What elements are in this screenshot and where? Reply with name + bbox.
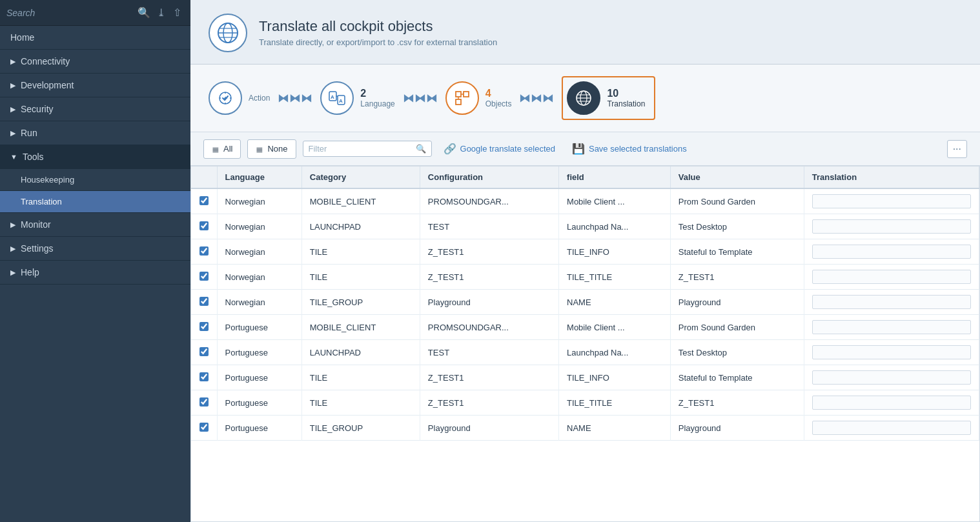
- row-checkbox-cell[interactable]: [191, 390, 217, 416]
- row-configuration: TEST: [420, 214, 558, 239]
- row-translation-cell[interactable]: [804, 239, 979, 265]
- row-checkbox-cell[interactable]: [191, 365, 217, 390]
- row-translation-input[interactable]: [812, 396, 971, 410]
- sidebar-item-security-label: Security: [21, 104, 54, 114]
- row-configuration: PROMSOUNDGAR...: [420, 315, 558, 340]
- sidebar-item-home-label: Home: [10, 32, 34, 43]
- wizard-step-objects-info: 4 Objects: [485, 88, 512, 108]
- row-translation-input[interactable]: [812, 194, 971, 208]
- select-none-button[interactable]: ≣ None: [247, 139, 296, 159]
- row-language: Norwegian: [217, 290, 301, 315]
- row-checkbox[interactable]: [199, 297, 209, 306]
- more-options-button[interactable]: ···: [947, 140, 967, 158]
- row-translation-cell[interactable]: [804, 315, 979, 340]
- row-translation-input[interactable]: [812, 219, 971, 234]
- row-checkbox-cell[interactable]: [191, 290, 217, 315]
- sidebar-item-settings[interactable]: ▶ Settings: [0, 237, 190, 261]
- row-translation-cell[interactable]: [804, 416, 979, 441]
- row-value: Playground: [670, 290, 804, 315]
- row-checkbox-cell[interactable]: [191, 239, 217, 265]
- row-field: Mobile Client ...: [559, 188, 671, 214]
- wizard-step-language-info: 2 Language: [360, 88, 394, 108]
- row-translation-input[interactable]: [812, 345, 971, 359]
- row-configuration: Playground: [420, 290, 558, 315]
- arrow-icon: ▶: [10, 105, 15, 114]
- row-checkbox[interactable]: [199, 272, 209, 281]
- sidebar-item-security[interactable]: ▶ Security: [0, 97, 190, 121]
- sidebar-nav: Home ▶ Connectivity ▶ Development ▶ Secu…: [0, 26, 190, 522]
- row-translation-input[interactable]: [812, 295, 971, 309]
- table-row: Portuguese TILE Z_TEST1 TILE_TITLE Z_TES…: [191, 390, 979, 416]
- row-checkbox-cell[interactable]: [191, 416, 217, 441]
- google-translate-button[interactable]: 🔗 Google translate selected: [438, 139, 560, 159]
- wizard-step-language[interactable]: A A 2 Language: [320, 81, 394, 115]
- arrow-icon: ▶: [10, 221, 15, 229]
- toolbar: ≣ All ≣ None 🔍 🔗 Google translate select…: [190, 132, 980, 166]
- row-translation-input[interactable]: [812, 421, 971, 435]
- row-configuration: TEST: [420, 340, 558, 365]
- sidebar-item-tools[interactable]: ▼ Tools: [0, 145, 190, 169]
- row-translation-input[interactable]: [812, 370, 971, 385]
- sidebar-item-development[interactable]: ▶ Development: [0, 74, 190, 97]
- row-checkbox[interactable]: [199, 221, 209, 230]
- sidebar-item-help[interactable]: ▶ Help: [0, 261, 190, 285]
- row-value: Test Desktop: [670, 340, 804, 365]
- wizard-step-translation-box[interactable]: 10 Translation: [562, 76, 655, 120]
- search-input[interactable]: [6, 8, 134, 18]
- row-checkbox-cell[interactable]: [191, 315, 217, 340]
- page-header-icon: [209, 14, 247, 52]
- row-translation-input[interactable]: [812, 320, 971, 334]
- row-checkbox[interactable]: [199, 347, 209, 356]
- row-category: TILE_GROUP: [301, 416, 420, 441]
- select-all-button[interactable]: ≣ All: [203, 139, 241, 159]
- expand-all-button[interactable]: ⇧: [170, 5, 184, 20]
- table-header: Language Category Configuration field Va…: [191, 166, 979, 188]
- sidebar-item-home[interactable]: Home: [0, 26, 190, 50]
- row-category: LAUNCHPAD: [301, 214, 420, 239]
- table-row: Norwegian TILE Z_TEST1 TILE_INFO Statefu…: [191, 239, 979, 265]
- row-translation-input[interactable]: [812, 270, 971, 284]
- row-checkbox[interactable]: [199, 322, 209, 331]
- row-language: Norwegian: [217, 265, 301, 290]
- sidebar-item-run[interactable]: ▶ Run: [0, 121, 190, 145]
- row-checkbox-cell[interactable]: [191, 265, 217, 290]
- table-row: Norwegian MOBILE_CLIENT PROMSOUNDGAR... …: [191, 188, 979, 214]
- sidebar-subitem-translation[interactable]: Translation: [0, 191, 190, 213]
- svg-rect-18: [456, 99, 461, 105]
- row-value: Prom Sound Garden: [670, 188, 804, 214]
- wizard-step-translation-count: 10: [607, 88, 645, 99]
- sidebar-subitem-housekeeping-label: Housekeeping: [21, 175, 74, 185]
- row-checkbox[interactable]: [199, 423, 209, 432]
- row-checkbox-cell[interactable]: [191, 214, 217, 239]
- row-translation-input[interactable]: [812, 245, 971, 259]
- row-translation-cell[interactable]: [804, 365, 979, 390]
- search-icon: 🔍: [138, 6, 150, 19]
- sidebar: 🔍 ⤓ ⇧ Home ▶ Connectivity ▶ Development …: [0, 0, 190, 522]
- filter-input[interactable]: [309, 144, 412, 154]
- save-translations-button[interactable]: 💾 Save selected translations: [567, 139, 692, 159]
- row-value: Stateful to Template: [670, 365, 804, 390]
- col-field: field: [559, 166, 671, 188]
- wizard-step-action-label: Action: [249, 94, 270, 103]
- row-checkbox-cell[interactable]: [191, 340, 217, 365]
- row-translation-cell[interactable]: [804, 265, 979, 290]
- row-field: TILE_INFO: [559, 239, 671, 265]
- row-checkbox[interactable]: [199, 246, 209, 256]
- wizard-step-objects[interactable]: 4 Objects: [445, 81, 512, 115]
- row-translation-cell[interactable]: [804, 390, 979, 416]
- row-translation-cell[interactable]: [804, 340, 979, 365]
- row-checkbox-cell[interactable]: [191, 188, 217, 214]
- sidebar-item-connectivity[interactable]: ▶ Connectivity: [0, 50, 190, 74]
- row-language: Portuguese: [217, 365, 301, 390]
- row-checkbox[interactable]: [199, 372, 209, 381]
- row-checkbox[interactable]: [199, 397, 209, 407]
- row-translation-cell[interactable]: [804, 214, 979, 239]
- wizard-step-action[interactable]: ✦ Action: [209, 81, 270, 115]
- sidebar-item-monitor[interactable]: ▶ Monitor: [0, 213, 190, 237]
- row-translation-cell[interactable]: [804, 188, 979, 214]
- save-translations-label: Save selected translations: [589, 144, 687, 154]
- row-checkbox[interactable]: [199, 196, 209, 205]
- row-translation-cell[interactable]: [804, 290, 979, 315]
- sidebar-subitem-housekeeping[interactable]: Housekeeping: [0, 169, 190, 191]
- collapse-all-button[interactable]: ⤓: [154, 5, 168, 20]
